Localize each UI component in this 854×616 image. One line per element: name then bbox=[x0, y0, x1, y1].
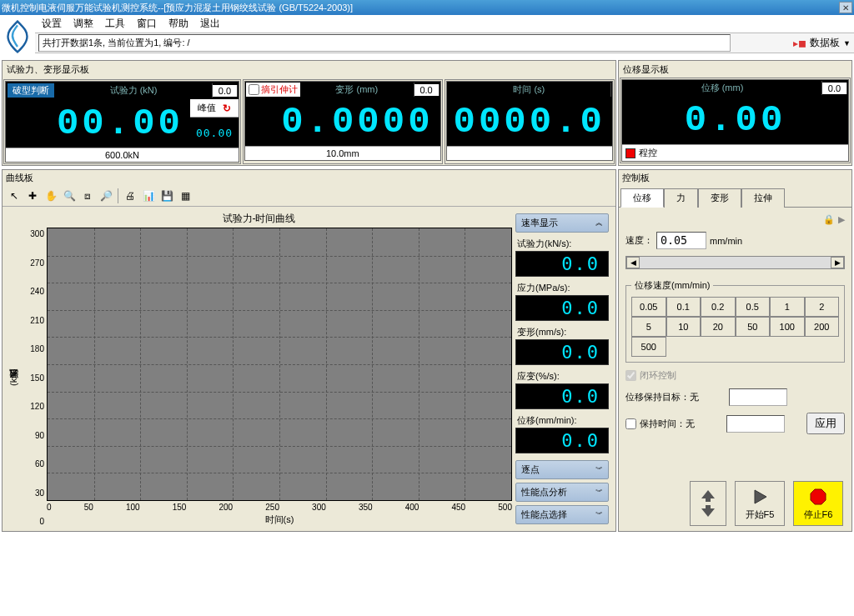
speed-scrollbar[interactable]: ◀ ▶ bbox=[625, 256, 845, 269]
extensometer-checkbox[interactable] bbox=[249, 84, 259, 95]
speed-preset-group: 位移速度(mm/min) 0.05 0.1 0.2 0.5 1 2 5 10 2… bbox=[625, 279, 845, 363]
disp-value: 0.00 bbox=[622, 96, 848, 144]
speed-btn[interactable]: 0.2 bbox=[701, 297, 736, 317]
hold-time-label: 保持时间：无 bbox=[640, 418, 723, 430]
rate-sidebar: 速率显示︽ 试验力(kN/s):0.0 应力(MPa/s):0.0 变形(mm/… bbox=[512, 210, 612, 528]
tab-deform[interactable]: 变形 bbox=[698, 188, 741, 208]
pointer-tool-icon[interactable]: ↖ bbox=[6, 188, 23, 203]
status-bar: 共打开数据1条, 当前位置为1, 编号: / ▸◼ 数据板 ▼ bbox=[35, 33, 854, 53]
extensometer-label: 摘引伸计 bbox=[261, 83, 298, 96]
pan-tool-icon[interactable]: ✋ bbox=[43, 188, 59, 203]
expand-icon: ︾ bbox=[595, 509, 603, 520]
expand-icon: ︾ bbox=[595, 464, 603, 475]
peak-value: 00.00 bbox=[190, 118, 239, 148]
speed-row: 速度： mm/min bbox=[625, 232, 845, 249]
x-axis-title: 时间(s) bbox=[47, 512, 512, 528]
speed-btn[interactable]: 1 bbox=[770, 297, 805, 317]
force-deform-panel-title: 试验力、变形显示板 bbox=[3, 62, 615, 78]
analysis-header[interactable]: 性能点分析︾ bbox=[515, 483, 609, 502]
dropdown-icon[interactable]: ▼ bbox=[843, 39, 851, 48]
menu-adjust[interactable]: 调整 bbox=[70, 15, 97, 33]
force-zero[interactable]: 0.0 bbox=[213, 85, 238, 97]
point-select-header[interactable]: 性能点选择︾ bbox=[515, 505, 609, 524]
stop-button[interactable]: 停止F6 bbox=[793, 481, 843, 526]
rate-force: 试验力(kN/s):0.0 bbox=[515, 236, 609, 277]
chart-settings-icon[interactable]: 📊 bbox=[140, 188, 157, 203]
control-panel-title: 控制板 bbox=[619, 170, 851, 186]
speed-btn[interactable]: 0.5 bbox=[736, 297, 771, 317]
lock-icon[interactable]: 🔒 bbox=[823, 214, 835, 225]
force-range: 600.0kN bbox=[6, 148, 239, 162]
speed-btn[interactable]: 2 bbox=[805, 297, 840, 317]
force-label: 试验力 (kN) bbox=[55, 83, 213, 98]
y-axis-title: 试验力(kN) bbox=[6, 228, 22, 528]
time-label: 时间 (s) bbox=[448, 83, 611, 97]
speed-group-label: 位移速度(mm/min) bbox=[631, 279, 713, 292]
print-icon[interactable]: 🖨 bbox=[122, 188, 138, 203]
program-control-indicator-icon bbox=[625, 148, 635, 158]
menu-help[interactable]: 帮助 bbox=[165, 15, 192, 33]
program-control-label: 程控 bbox=[639, 147, 657, 159]
jog-updown-button[interactable] bbox=[690, 481, 726, 526]
speed-btn[interactable]: 0.1 bbox=[666, 297, 701, 317]
deform-zero[interactable]: 0.0 bbox=[414, 84, 440, 96]
hold-time-input[interactable] bbox=[726, 415, 785, 433]
speed-input[interactable] bbox=[656, 232, 706, 249]
crosshair-tool-icon[interactable]: ✚ bbox=[24, 188, 41, 203]
speed-btn[interactable]: 100 bbox=[770, 317, 805, 337]
disp-zero[interactable]: 0.0 bbox=[822, 83, 847, 94]
y-axis-ticks: 300270 240210 180150 12090 6030 0 bbox=[22, 228, 47, 528]
menu-exit[interactable]: 退出 bbox=[197, 15, 224, 33]
zoom-reset-icon[interactable]: 🔎 bbox=[98, 188, 114, 203]
collapse-icon: ︽ bbox=[595, 218, 603, 228]
app-logo bbox=[0, 15, 35, 58]
tab-tension[interactable]: 拉伸 bbox=[741, 188, 785, 208]
scroll-left-icon[interactable]: ◀ bbox=[626, 257, 640, 268]
speed-btn[interactable]: 20 bbox=[701, 317, 736, 337]
speed-btn[interactable]: 0.05 bbox=[631, 297, 666, 317]
scroll-right-icon[interactable]: ▶ bbox=[831, 257, 844, 268]
start-button[interactable]: 开始F5 bbox=[735, 481, 785, 526]
status-text: 共打开数据1条, 当前位置为1, 编号: / bbox=[38, 34, 731, 52]
svg-marker-0 bbox=[811, 489, 826, 504]
export-icon[interactable]: 💾 bbox=[158, 188, 175, 203]
speed-btn[interactable]: 500 bbox=[631, 337, 666, 357]
time-value: 0000.0 bbox=[447, 98, 612, 146]
control-tabs: 位移 力 变形 拉伸 bbox=[619, 186, 851, 208]
hold-target-input[interactable] bbox=[729, 388, 787, 406]
peak-label: 峰值 bbox=[194, 101, 219, 115]
window-title: 微机控制电液伺服万能试验机测控系统--[预应力混凝土用钢绞线试验 (GB/T52… bbox=[2, 2, 353, 14]
arrow-right-icon[interactable]: ▶ bbox=[838, 214, 845, 225]
menu-tools[interactable]: 工具 bbox=[102, 15, 128, 33]
grid-icon[interactable]: ▦ bbox=[177, 188, 193, 203]
points-header[interactable]: 逐点︾ bbox=[515, 460, 609, 479]
apply-button[interactable]: 应用 bbox=[806, 413, 845, 434]
tab-displacement[interactable]: 位移 bbox=[620, 188, 664, 208]
rate-header[interactable]: 速率显示︽ bbox=[515, 213, 609, 233]
peak-reset-icon[interactable]: ↻ bbox=[219, 103, 234, 114]
speed-btn[interactable]: 50 bbox=[736, 317, 771, 337]
deform-label: 变形 (mm) bbox=[300, 83, 414, 97]
menu-window[interactable]: 窗口 bbox=[133, 15, 160, 33]
expand-icon: ︾ bbox=[595, 487, 603, 498]
speed-btn[interactable]: 200 bbox=[805, 317, 840, 337]
rate-disp: 位移(mm/min):0.0 bbox=[515, 413, 609, 453]
speed-btn[interactable]: 10 bbox=[666, 317, 701, 337]
disp-label: 位移 (mm) bbox=[623, 81, 822, 95]
closed-loop-checkbox bbox=[625, 370, 636, 381]
menu-settings[interactable]: 设置 bbox=[38, 15, 65, 33]
data-board-icon[interactable]: ▸◼ bbox=[793, 38, 806, 49]
zoom-in-icon[interactable]: 🔍 bbox=[61, 188, 78, 203]
hold-target-label: 位移保持目标：无 bbox=[625, 391, 726, 403]
data-board-label[interactable]: 数据板 bbox=[810, 36, 840, 50]
break-judge-badge[interactable]: 破型判断 bbox=[8, 83, 54, 98]
tab-force[interactable]: 力 bbox=[664, 188, 698, 208]
zoom-region-icon[interactable]: ⧈ bbox=[79, 188, 96, 203]
speed-unit: mm/min bbox=[710, 236, 742, 246]
deform-range: 10.0mm bbox=[245, 146, 440, 160]
close-button[interactable]: ✕ bbox=[839, 2, 852, 13]
rate-stress: 应力(MPa/s):0.0 bbox=[515, 280, 609, 321]
hold-time-checkbox[interactable] bbox=[625, 418, 636, 429]
speed-btn[interactable]: 5 bbox=[631, 317, 666, 337]
chart-plot-area[interactable] bbox=[47, 228, 512, 501]
